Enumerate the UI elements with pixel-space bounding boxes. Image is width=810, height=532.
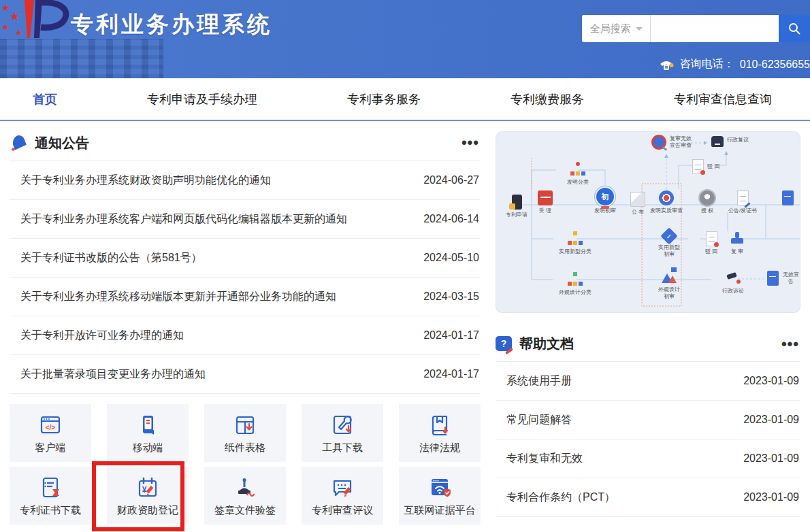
help-doc-date: 2023-01-09 [726, 375, 800, 387]
tool-download-icon [329, 412, 355, 438]
notice-row[interactable]: 关于专利业务办理系统财政资助声明功能优化的通知 2024-06-27 [10, 161, 481, 200]
sign-verify-icon [232, 475, 258, 501]
hotline-label: 咨询电话： [680, 57, 734, 71]
flowchart-node-label: 复审无效 宣告审查 [670, 135, 692, 149]
help-docs-title: 帮助文档 [519, 335, 574, 353]
flowchart-node: 公告/发证书 [721, 190, 764, 214]
notice-date: 2024-06-27 [406, 174, 481, 186]
phone-icon [658, 58, 675, 71]
cert-download-icon [37, 475, 63, 501]
search-input[interactable] [651, 15, 779, 42]
flowchart-node-label: 行政诉讼 [722, 288, 744, 295]
svg-text:★: ★ [1, 22, 10, 32]
flowchart-node-label: 授 权 [701, 207, 713, 214]
flowchart-node-icon [700, 190, 715, 205]
quick-link-client[interactable]: </> 客户端 [10, 404, 91, 462]
quick-link-sign-verify[interactable]: 签章文件验签 [204, 467, 286, 525]
quick-link-paper-forms[interactable]: 纸件表格 [204, 404, 286, 462]
mobile-icon [135, 412, 161, 438]
quick-link-cert-download[interactable]: 专利证书下载 [10, 467, 91, 525]
help-docs-header: ? 帮助文档 ••• [496, 322, 800, 362]
evidence-platform-icon [427, 475, 453, 501]
tile-label: 客户端 [35, 442, 66, 454]
flowchart-node-label: 复 审 [731, 248, 743, 255]
notices-more-button[interactable]: ••• [461, 139, 479, 146]
flowchart-node-label: 实用新型分类 [559, 248, 592, 255]
flowchart-node-label: 实用新型 初审 [658, 244, 680, 258]
flowchart-node-icon [570, 162, 585, 177]
flowchart-node-label: 发明分类 [567, 179, 589, 186]
help-doc-row[interactable]: 常见问题解答 2023-01-09 [496, 401, 800, 439]
help-doc-title: 常见问题解答 [496, 413, 726, 427]
flowchart-node: 复 审 [715, 231, 759, 255]
quick-link-subsidy-register[interactable]: ¥ 财政资助登记 [107, 467, 189, 525]
help-doc-title: 专利复审和无效 [496, 452, 726, 466]
quick-link-mobile[interactable]: 移动端 [107, 404, 189, 462]
flowchart-node: ✓实用新型 初审 [647, 229, 691, 258]
notice-title: 关于专利业务办理系统客户端和网页版代码化编辑器版本更新的通知 [10, 212, 406, 227]
flowchart-node-icon [726, 271, 741, 286]
help-doc-row[interactable]: 专利合作条约（PCT） 2023-01-09 [496, 478, 800, 517]
flowchart-node: 外观设计 初审 [647, 269, 691, 300]
nav-item-home[interactable]: 首页 [33, 91, 57, 107]
search-scope-label: 全局搜索 [590, 22, 631, 35]
flowchart-node-icon [730, 231, 745, 246]
search-icon [788, 22, 801, 35]
flowchart-node: 驳 回 [692, 159, 719, 174]
nav-item-exam-info[interactable]: 专利审查信息查询 [674, 91, 772, 107]
flowchart-node-label: 受 理 [539, 207, 551, 214]
flowchart-node-icon [659, 190, 674, 205]
nav-item-apply[interactable]: 专利申请及手续办理 [147, 91, 257, 107]
flowchart-node-icon [568, 231, 583, 246]
subsidy-register-icon: ¥ [135, 475, 161, 501]
quick-link-tool-download[interactable]: 工具下载 [302, 404, 383, 462]
flowchart-node-icon [782, 190, 794, 205]
flowchart-node: 受 理 [523, 190, 567, 214]
help-docs-icon: ? [496, 336, 513, 352]
nav-item-affairs[interactable]: 专利事务服务 [347, 91, 421, 107]
search-scope-select[interactable]: 全局搜索 [582, 15, 651, 42]
tile-label: 专利审查评议 [312, 504, 373, 517]
tile-label: 签章文件验签 [214, 504, 276, 517]
flowchart-node-icon [538, 190, 553, 205]
notice-date: 2024-05-10 [406, 252, 481, 264]
review-comment-icon [329, 475, 355, 501]
quick-link-grid: </> 客户端 移动端 [10, 404, 481, 525]
flowchart-node-label: 外观设计分类 [559, 289, 592, 296]
notices-header: 通知公告 ••• [10, 121, 481, 161]
tile-label: 工具下载 [322, 442, 363, 454]
help-column: 专利申请受 理发明分类初发明初审公 布发明实质审查授 权公告/发证书驳 回复审无… [496, 121, 800, 525]
help-doc-date: 2023-01-09 [726, 491, 800, 503]
notice-row[interactable]: 关于专利业务办理系统客户端和网页版代码化编辑器版本更新的通知 2024-06-1… [10, 200, 481, 239]
quick-link-laws[interactable]: 法律法规 [399, 404, 481, 462]
app-header: ★ ★ ★ ★ 专利业务办理系统 全局搜索 咨询电话：010-6235665 [0, 0, 810, 78]
notice-row[interactable]: 关于批量著录项目变更业务办理的通知 2024-01-17 [10, 355, 481, 394]
svg-text:★: ★ [15, 28, 22, 37]
bell-icon [10, 133, 29, 152]
svg-text:★: ★ [10, 10, 20, 23]
help-doc-row[interactable]: 专利复审和无效 2023-01-09 [496, 439, 800, 478]
quick-link-evidence-platform[interactable]: 互联网证据平台 [399, 467, 481, 525]
flowchart-node: 发明实质审查 [645, 190, 688, 214]
nav-item-fees[interactable]: 专利缴费服务 [511, 91, 584, 107]
svg-text:¥: ¥ [142, 485, 147, 495]
flowchart-node-icon [630, 192, 645, 207]
page-title: 专利业务办理系统 [71, 10, 272, 40]
flowchart-node-label: 行政复议 [727, 137, 749, 144]
flowchart-node-icon [767, 271, 779, 286]
flowchart-node-icon [568, 272, 583, 287]
hotline-number: 010-62356655 [740, 59, 810, 71]
flowchart-node: 外观设计分类 [553, 272, 597, 296]
help-docs-more-button[interactable]: ••• [781, 341, 799, 348]
notice-date: 2024-01-17 [406, 329, 481, 342]
notice-row[interactable]: 关于专利开放许可业务办理的通知 2024-01-17 [10, 316, 481, 355]
notice-row[interactable]: 关于专利证书改版的公告（第581号） 2024-05-10 [10, 239, 481, 278]
notice-title: 关于专利开放许可业务办理的通知 [10, 329, 406, 343]
tile-label: 互联网证据平台 [404, 504, 476, 517]
help-doc-row[interactable]: 系统使用手册 2023-01-09 [496, 362, 800, 401]
notice-row[interactable]: 关于专利业务办理系统移动端版本更新并开通部分业务功能的通知 2024-03-15 [10, 278, 481, 316]
flowchart-node-icon [651, 135, 666, 150]
quick-link-review-comment[interactable]: 专利审查评议 [302, 467, 383, 525]
notice-date: 2024-06-14 [406, 213, 481, 225]
search-button[interactable] [779, 15, 810, 42]
